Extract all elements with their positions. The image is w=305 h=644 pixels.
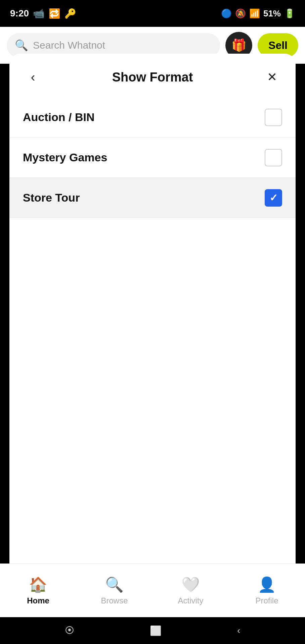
gift-icon: 🎁 — [231, 38, 247, 52]
sell-label: Sell — [268, 39, 288, 52]
modal-header: ‹ Show Format ✕ — [9, 54, 296, 97]
nav-item-browse[interactable]: 🔍 Browse — [76, 576, 152, 605]
android-back-icon[interactable]: ‹ — [237, 625, 240, 636]
browse-icon: 🔍 — [105, 576, 124, 593]
nav-label-activity: Activity — [178, 596, 203, 605]
options-list: Auction / BIN Mystery Games Store Tour — [9, 97, 296, 593]
nav-label-profile: Profile — [255, 596, 278, 605]
nav-label-browse: Browse — [101, 596, 128, 605]
android-recent-icon[interactable]: ⦿ — [65, 625, 74, 636]
status-time: 9:20 — [10, 8, 29, 19]
checkbox-auction-bin[interactable] — [265, 109, 282, 126]
option-row-store-tour[interactable]: Store Tour — [9, 178, 296, 218]
bluetooth-icon: 🔵 — [221, 8, 232, 19]
option-label-auction-bin: Auction / BIN — [23, 111, 94, 124]
back-button[interactable]: ‹ — [23, 67, 43, 87]
home-icon: 🏠 — [29, 576, 47, 593]
key-icon: 🔑 — [64, 8, 76, 19]
modal-title: Show Format — [112, 70, 193, 85]
android-nav-bar: ⦿ ⬜ ‹ — [0, 617, 305, 644]
close-button[interactable]: ✕ — [262, 67, 282, 87]
battery-text: 51% — [263, 8, 281, 19]
status-bar-left: 9:20 📹 🔁 🔑 — [10, 8, 76, 19]
option-label-mystery-games: Mystery Games — [23, 151, 107, 164]
android-home-icon[interactable]: ⬜ — [150, 625, 162, 636]
option-row-mystery-games[interactable]: Mystery Games — [9, 138, 296, 178]
close-icon: ✕ — [267, 70, 277, 84]
modal-sheet: ‹ Show Format ✕ Auction / BIN Mystery Ga… — [9, 54, 296, 644]
profile-icon: 👤 — [258, 576, 276, 593]
option-label-store-tour: Store Tour — [23, 191, 80, 204]
battery-icon: 🔋 — [284, 8, 295, 19]
nav-item-home[interactable]: 🏠 Home — [0, 576, 76, 605]
checkbox-mystery-games[interactable] — [265, 149, 282, 166]
cast-icon: 🔁 — [49, 8, 60, 19]
option-row-auction-bin[interactable]: Auction / BIN — [9, 97, 296, 138]
status-bar: 9:20 📹 🔁 🔑 🔵 🔕 📶 51% 🔋 — [0, 0, 305, 27]
nav-item-activity[interactable]: 🤍 Activity — [152, 576, 229, 605]
search-input-placeholder: Search Whatnot — [33, 40, 105, 51]
mute-icon: 🔕 — [235, 8, 246, 19]
nav-label-home: Home — [27, 596, 49, 605]
checkbox-store-tour[interactable] — [265, 189, 282, 207]
wifi-icon: 📶 — [249, 8, 260, 19]
back-arrow-icon: ‹ — [31, 70, 35, 85]
video-icon: 📹 — [33, 8, 45, 19]
status-bar-right: 🔵 🔕 📶 51% 🔋 — [221, 8, 295, 19]
activity-icon: 🤍 — [181, 576, 200, 593]
nav-item-profile[interactable]: 👤 Profile — [229, 576, 305, 605]
search-icon: 🔍 — [15, 39, 28, 52]
bottom-nav: 🏠 Home 🔍 Browse 🤍 Activity 👤 Profile — [0, 564, 305, 617]
